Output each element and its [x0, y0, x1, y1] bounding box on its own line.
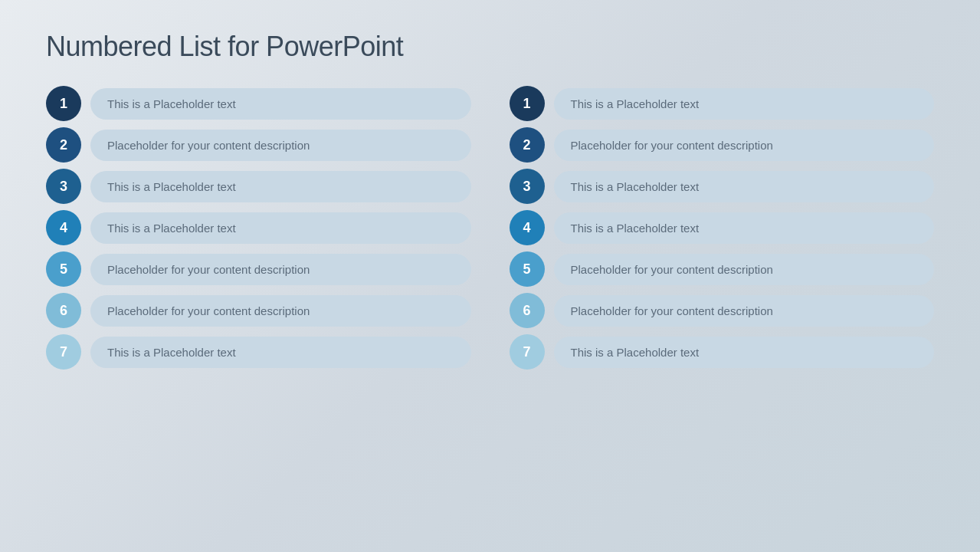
number-circle-3: 3: [46, 169, 81, 204]
columns-container: 1This is a Placeholder text2Placeholder …: [46, 86, 934, 529]
list-item: 5Placeholder for your content descriptio…: [46, 251, 471, 287]
list-item: 4This is a Placeholder text: [46, 210, 471, 245]
list-item: 3This is a Placeholder text: [46, 169, 471, 204]
number-circle-5: 5: [510, 251, 545, 287]
list-item-text-3: This is a Placeholder text: [554, 171, 935, 202]
number-circle-5: 5: [46, 251, 81, 287]
list-item: 5Placeholder for your content descriptio…: [510, 251, 935, 287]
right-column: 1This is a Placeholder text2Placeholder …: [510, 86, 935, 529]
number-circle-4: 4: [510, 210, 545, 245]
number-circle-1: 1: [510, 86, 545, 121]
left-column: 1This is a Placeholder text2Placeholder …: [46, 86, 471, 529]
number-circle-7: 7: [510, 334, 545, 370]
list-item-text-4: This is a Placeholder text: [554, 212, 935, 244]
list-item: 6Placeholder for your content descriptio…: [510, 293, 935, 328]
list-item: 4This is a Placeholder text: [510, 210, 935, 245]
list-item-text-5: Placeholder for your content description: [90, 254, 471, 285]
list-item: 2Placeholder for your content descriptio…: [510, 127, 935, 163]
list-item-text-6: Placeholder for your content description: [90, 295, 471, 327]
list-item-text-7: This is a Placeholder text: [554, 337, 935, 368]
list-item-text-2: Placeholder for your content description: [554, 130, 935, 161]
number-circle-2: 2: [510, 127, 545, 163]
list-item: 1This is a Placeholder text: [46, 86, 471, 121]
list-item-text-7: This is a Placeholder text: [90, 337, 471, 368]
list-item-text-2: Placeholder for your content description: [90, 130, 471, 161]
number-circle-7: 7: [46, 334, 81, 370]
list-item-text-6: Placeholder for your content description: [554, 295, 935, 327]
number-circle-3: 3: [510, 169, 545, 204]
list-item: 6Placeholder for your content descriptio…: [46, 293, 471, 328]
list-item: 7This is a Placeholder text: [46, 334, 471, 370]
list-item: 7This is a Placeholder text: [510, 334, 935, 370]
number-circle-2: 2: [46, 127, 81, 163]
list-item-text-5: Placeholder for your content description: [554, 254, 935, 285]
list-item: 2Placeholder for your content descriptio…: [46, 127, 471, 163]
list-item-text-3: This is a Placeholder text: [90, 171, 471, 202]
number-circle-6: 6: [46, 293, 81, 328]
list-item-text-4: This is a Placeholder text: [90, 212, 471, 244]
list-item: 3This is a Placeholder text: [510, 169, 935, 204]
list-item-text-1: This is a Placeholder text: [90, 88, 471, 120]
number-circle-6: 6: [510, 293, 545, 328]
number-circle-1: 1: [46, 86, 81, 121]
list-item-text-1: This is a Placeholder text: [554, 88, 935, 120]
list-item: 1This is a Placeholder text: [510, 86, 935, 121]
page-title: Numbered List for PowerPoint: [46, 31, 934, 63]
slide: Numbered List for PowerPoint 1This is a …: [0, 0, 980, 552]
number-circle-4: 4: [46, 210, 81, 245]
